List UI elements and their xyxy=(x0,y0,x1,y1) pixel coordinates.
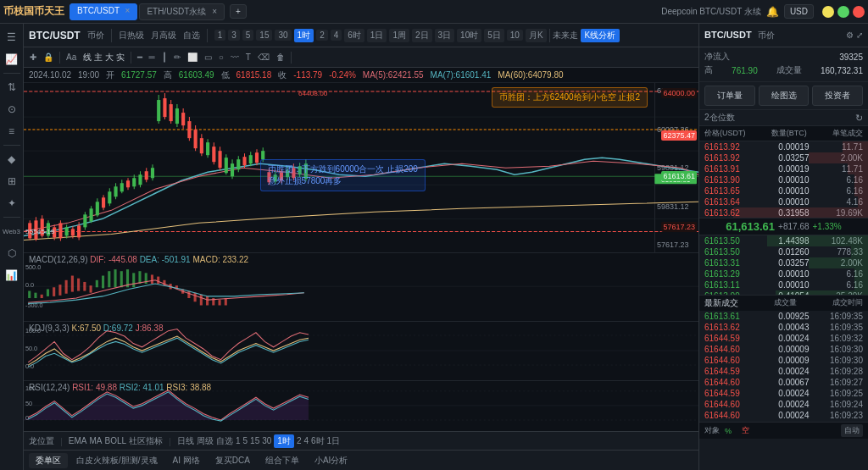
tab-ai[interactable]: AI 网络 xyxy=(166,453,207,468)
tool-text-size[interactable]: Aa xyxy=(64,51,79,64)
tf-3d[interactable]: 3日 xyxy=(435,29,455,42)
tool-font[interactable]: 线 主 大 实 xyxy=(81,50,126,65)
tf-2h[interactable]: 2 xyxy=(316,30,328,41)
ohlc-toggle2[interactable]: 自选 xyxy=(183,30,200,41)
trade-9[interactable]: 61644.60 0.00024 16:09:24 xyxy=(699,399,868,410)
trade-4[interactable]: 61644.60 0.00009 16:09:30 xyxy=(699,344,868,355)
sidebar-icon-menu[interactable]: ☰ xyxy=(2,27,22,47)
sidebar-icon-hex[interactable]: ⬡ xyxy=(2,243,22,263)
trade-1[interactable]: 61613.61 0.00925 16:09:35 xyxy=(699,311,868,322)
auto-btn[interactable]: 自动 xyxy=(841,424,863,437)
tab-whitebook[interactable]: 白皮火辣板/胆测/灵魂 xyxy=(70,453,164,468)
tool-draw[interactable]: ✏ xyxy=(171,51,183,64)
main-chart-canvas[interactable]: 60419.03 60097.36 59831.12 59831.12 5761… xyxy=(24,83,698,252)
ohlc-toggle[interactable]: 月高级 xyxy=(151,30,176,41)
tool-eraser[interactable]: ⌫ xyxy=(255,51,272,64)
indicator-btn[interactable]: K线分析 xyxy=(581,29,620,42)
sidebar-icon-list[interactable]: ≡ xyxy=(2,121,22,141)
tab-close-btcusdt[interactable]: × xyxy=(125,6,131,15)
tab-mini-ai[interactable]: 小AI分析 xyxy=(308,453,354,468)
tf-10h[interactable]: 10时 xyxy=(457,29,481,42)
tf-6h[interactable]: 6时 xyxy=(344,29,364,42)
ob-bid-4[interactable]: 61613.29 0.00010 6.16 xyxy=(699,268,868,279)
action-investor[interactable]: 投资者 xyxy=(812,86,863,106)
sidebar-icon-chart[interactable]: 📈 xyxy=(2,49,22,69)
trade-10[interactable]: 61644.60 0.00024 16:09:23 xyxy=(699,410,868,421)
tool-trash[interactable]: 🗑 xyxy=(274,51,287,64)
tab-combo[interactable]: 组合下单 xyxy=(259,453,306,468)
tf-btn-daily[interactable]: 日线 xyxy=(177,435,194,447)
bell-icon[interactable]: 🔔 xyxy=(766,6,779,18)
tf-btn-1h-active[interactable]: 1时 xyxy=(274,434,294,448)
ob-bid-5[interactable]: 61613.11 0.00010 6.16 xyxy=(699,279,868,290)
trade-6[interactable]: 61644.59 0.00024 16:09:28 xyxy=(699,366,868,377)
action-draw[interactable]: 绘图选 xyxy=(759,86,810,106)
ob-refresh-icon[interactable]: ↻ xyxy=(855,113,863,124)
ob-ask-3[interactable]: 61613.91 0.00019 11.71 xyxy=(699,163,868,174)
sidebar-icon-arrows[interactable]: ⇅ xyxy=(2,77,22,97)
ob-bid-2[interactable]: 61613.50 0.01260 778.33 xyxy=(699,246,868,257)
tf-btn-1b[interactable]: 1 xyxy=(236,436,241,445)
tf-2d[interactable]: 2日 xyxy=(412,29,432,42)
ob-ask-4[interactable]: 61613.90 0.00010 6.16 xyxy=(699,174,868,185)
minimize-button[interactable] xyxy=(822,6,834,18)
tf-5d[interactable]: 5日 xyxy=(484,29,504,42)
tab-btcusdt[interactable]: BTC/USDT × xyxy=(70,3,137,20)
tf-btn-weekly[interactable]: 周级 xyxy=(197,435,214,447)
community-label[interactable]: 社区指标 xyxy=(129,435,163,447)
sidebar-icon-diamond[interactable]: ◆ xyxy=(2,149,22,169)
ma-label[interactable]: MA xyxy=(90,436,103,445)
tf-1m[interactable]: 1 xyxy=(214,30,226,41)
sidebar-icon-grid[interactable]: ⊞ xyxy=(2,171,22,191)
ob-ask-6[interactable]: 61613.64 0.00010 4.16 xyxy=(699,196,868,207)
tool-line[interactable]: ━ xyxy=(135,51,145,64)
tf-btn-2b[interactable]: 2 xyxy=(297,436,302,445)
tf-30m[interactable]: 30 xyxy=(275,30,291,41)
ob-bid-6[interactable]: 61613.09 0.41054 25.29K xyxy=(699,290,868,295)
trade-7[interactable]: 61644.60 0.00067 16:09:27 xyxy=(699,377,868,388)
tf-1w[interactable]: 1周 xyxy=(389,29,409,42)
trade-8[interactable]: 61644.59 0.00024 16:09:25 xyxy=(699,388,868,399)
tool-crosshair[interactable]: ✚ xyxy=(27,51,39,64)
ob-ask-5[interactable]: 61613.65 0.00010 6.16 xyxy=(699,185,868,196)
close-button[interactable] xyxy=(853,6,865,18)
tf-4h[interactable]: 4 xyxy=(331,30,342,41)
tf-btn-15b[interactable]: 15 xyxy=(250,436,259,445)
tool-text[interactable]: T xyxy=(243,51,253,64)
tf-10[interactable]: 10 xyxy=(507,30,523,41)
settings-icon[interactable]: ⚙ xyxy=(846,30,854,40)
sidebar-icon-web3[interactable]: Web3 xyxy=(2,221,22,241)
tool-vline[interactable]: ┃ xyxy=(159,51,170,64)
tab-ethusdt[interactable]: ETH/USDT永续 × xyxy=(139,3,225,20)
tool-clear[interactable]: ⬜ xyxy=(185,51,200,64)
tf-btn-1db[interactable]: 1日 xyxy=(327,435,341,447)
tool-fib[interactable]: 〰 xyxy=(228,51,242,64)
ob-ask-1[interactable]: 61613.92 0.00019 11.71 xyxy=(699,141,868,152)
tool-rect[interactable]: ▭ xyxy=(202,51,214,64)
tf-btn-6hb[interactable]: 6时 xyxy=(311,435,325,447)
tf-btn-4b[interactable]: 4 xyxy=(303,436,309,445)
sidebar-icon-star[interactable]: ✦ xyxy=(2,193,22,213)
ob-bid-1[interactable]: 61613.50 1.44398 102.48K xyxy=(699,235,868,246)
ob-bid-3[interactable]: 61613.31 0.03257 2.00K xyxy=(699,257,868,268)
tab-dca[interactable]: 复买DCA xyxy=(209,453,257,468)
tab-close-ethusdt[interactable]: × xyxy=(212,7,217,16)
tool-circle[interactable]: ○ xyxy=(216,51,226,64)
trade-2[interactable]: 61613.62 0.00043 16:09:35 xyxy=(699,322,868,333)
tab-order[interactable]: 委单区 xyxy=(29,453,68,468)
tf-5m[interactable]: 5 xyxy=(242,30,254,41)
tf-1h[interactable]: 1时 xyxy=(294,29,314,42)
trade-3[interactable]: 61644.59 0.00024 16:09:32 xyxy=(699,333,868,344)
tool-hline[interactable]: ═ xyxy=(147,51,158,64)
add-tab-button[interactable]: + xyxy=(230,4,247,19)
tf-3m[interactable]: 3 xyxy=(228,30,240,41)
tf-btn-5b[interactable]: 5 xyxy=(243,436,248,445)
expand-icon[interactable]: ⤢ xyxy=(856,30,863,40)
currency-selector[interactable]: USD xyxy=(784,4,814,19)
tf-1d[interactable]: 1日 xyxy=(367,29,387,42)
tf-15m[interactable]: 15 xyxy=(256,30,272,41)
tool-lock[interactable]: 🔒 xyxy=(41,51,56,64)
action-orders[interactable]: 订单量 xyxy=(704,86,755,106)
boll-label[interactable]: BOLL xyxy=(105,436,127,445)
tf-mk[interactable]: 月K xyxy=(526,29,547,42)
